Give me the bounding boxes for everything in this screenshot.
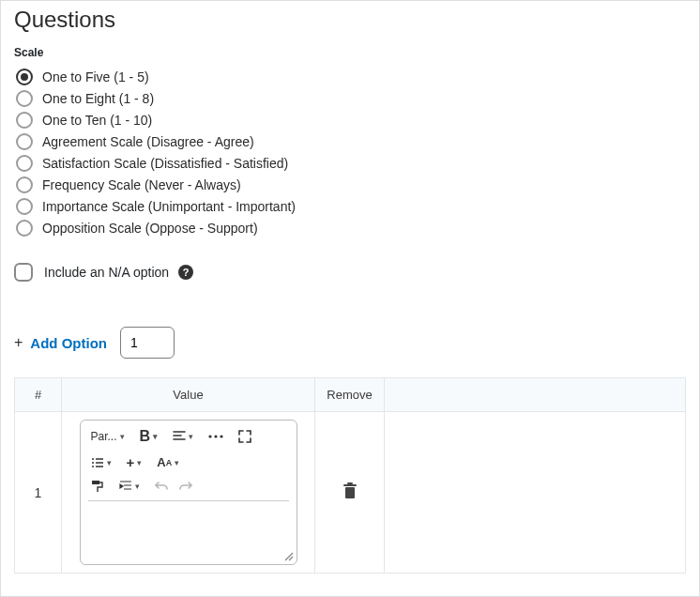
format-paint-button[interactable] — [88, 478, 107, 495]
fullscreen-button[interactable] — [236, 428, 254, 445]
svg-rect-6 — [92, 481, 99, 484]
include-na-checkbox[interactable] — [14, 263, 33, 282]
add-option-button[interactable]: + Add Option — [14, 334, 107, 351]
radio-label: Satisfaction Scale (Dissatisfied - Satis… — [42, 156, 288, 171]
undo-button[interactable] — [152, 478, 171, 495]
radio-icon — [16, 220, 33, 237]
col-header-remove: Remove — [315, 378, 385, 412]
include-na-row: Include an N/A option ? — [14, 263, 686, 282]
add-option-row: + Add Option — [14, 327, 686, 359]
radio-icon — [16, 198, 33, 215]
fullscreen-icon — [238, 430, 251, 443]
col-header-num: # — [15, 378, 62, 412]
scale-option-one-to-five[interactable]: One to Five (1 - 5) — [16, 69, 686, 85]
undo-icon — [155, 480, 168, 493]
chevron-down-icon: ▾ — [135, 482, 140, 491]
svg-point-3 — [92, 458, 94, 460]
chevron-down-icon: ▾ — [107, 458, 112, 467]
editor-toolbar-row-3: ▾ — [88, 478, 289, 495]
scale-option-agreement[interactable]: Agreement Scale (Disagree - Agree) — [16, 133, 686, 150]
editor-textarea[interactable] — [88, 500, 289, 557]
radio-label: One to Five (1 - 5) — [42, 69, 149, 84]
svg-rect-8 — [343, 484, 357, 486]
scale-radio-group: One to Five (1 - 5) One to Eight (1 - 8)… — [16, 69, 686, 237]
radio-icon — [16, 90, 33, 107]
svg-point-2 — [220, 435, 222, 437]
help-icon[interactable]: ? — [178, 265, 193, 280]
plus-icon: + — [14, 334, 23, 351]
align-button[interactable]: ▾ — [170, 428, 196, 445]
scale-heading: Scale — [14, 46, 686, 59]
editor-toolbar-row-2: ▾ + ▾ AA ▾ — [88, 452, 289, 472]
chevron-down-icon: ▾ — [153, 432, 158, 441]
radio-label: One to Eight (1 - 8) — [42, 91, 154, 106]
editor-toolbar-row-1: Par... ▾ B▾ ▾ — [88, 426, 289, 447]
chevron-down-icon: ▾ — [120, 432, 125, 441]
paragraph-label: Par... — [91, 430, 117, 443]
radio-icon — [16, 112, 33, 129]
radio-icon — [16, 69, 33, 85]
more-button[interactable] — [205, 433, 226, 440]
row-number: 1 — [35, 485, 42, 500]
chevron-down-icon: ▾ — [189, 432, 193, 441]
resize-icon — [282, 550, 294, 561]
include-na-label: Include an N/A option — [44, 265, 169, 280]
indent-icon — [119, 480, 132, 493]
svg-rect-9 — [347, 482, 353, 484]
radio-icon — [16, 133, 33, 150]
options-table: # Value Remove 1 Par... ▾ — [14, 377, 686, 574]
rich-text-editor[interactable]: Par... ▾ B▾ ▾ — [80, 420, 297, 565]
more-icon — [208, 435, 223, 438]
chevron-down-icon: ▾ — [137, 458, 142, 467]
radio-icon — [16, 155, 33, 172]
align-icon — [173, 430, 186, 443]
redo-icon — [179, 480, 192, 493]
col-header-value: Value — [62, 378, 315, 412]
format-paint-icon — [91, 480, 104, 493]
scale-option-opposition[interactable]: Opposition Scale (Oppose - Support) — [16, 220, 686, 237]
bold-button[interactable]: B▾ — [137, 426, 161, 447]
table-header-row: # Value Remove — [15, 378, 686, 412]
svg-point-1 — [214, 435, 217, 437]
scale-option-satisfaction[interactable]: Satisfaction Scale (Dissatisfied - Satis… — [16, 155, 686, 172]
table-row: 1 Par... ▾ B▾ — [15, 412, 686, 574]
trash-icon — [342, 482, 358, 499]
page-title: Questions — [14, 7, 686, 33]
svg-point-0 — [208, 435, 211, 437]
add-option-label: Add Option — [30, 335, 107, 351]
col-header-blank — [385, 378, 686, 412]
scale-option-frequency[interactable]: Frequency Scale (Never - Always) — [16, 176, 686, 193]
insert-button[interactable]: + ▾ — [124, 452, 145, 472]
remove-row-button[interactable] — [342, 482, 358, 499]
font-button[interactable]: AA ▾ — [154, 453, 182, 471]
chevron-down-icon: ▾ — [175, 458, 179, 467]
svg-point-5 — [92, 466, 94, 467]
scale-option-one-to-eight[interactable]: One to Eight (1 - 8) — [16, 90, 686, 107]
resize-handle[interactable] — [282, 550, 294, 561]
radio-label: Agreement Scale (Disagree - Agree) — [42, 134, 254, 149]
radio-label: Frequency Scale (Never - Always) — [42, 177, 241, 192]
svg-point-4 — [92, 462, 94, 464]
radio-icon — [16, 176, 33, 193]
radio-label: Opposition Scale (Oppose - Support) — [42, 221, 258, 236]
scale-option-one-to-ten[interactable]: One to Ten (1 - 10) — [16, 112, 686, 129]
redo-button[interactable] — [176, 478, 195, 495]
radio-label: One to Ten (1 - 10) — [42, 113, 152, 128]
radio-label: Importance Scale (Unimportant - Importan… — [42, 199, 296, 214]
add-option-count-input[interactable] — [120, 327, 175, 359]
scale-option-importance[interactable]: Importance Scale (Unimportant - Importan… — [16, 198, 686, 215]
list-icon — [91, 456, 104, 469]
questions-panel: Questions Scale One to Five (1 - 5) One … — [0, 0, 700, 597]
list-button[interactable]: ▾ — [88, 454, 114, 471]
paragraph-style-dropdown[interactable]: Par... ▾ — [88, 428, 128, 445]
svg-rect-7 — [345, 487, 355, 498]
indent-button[interactable]: ▾ — [116, 478, 143, 495]
